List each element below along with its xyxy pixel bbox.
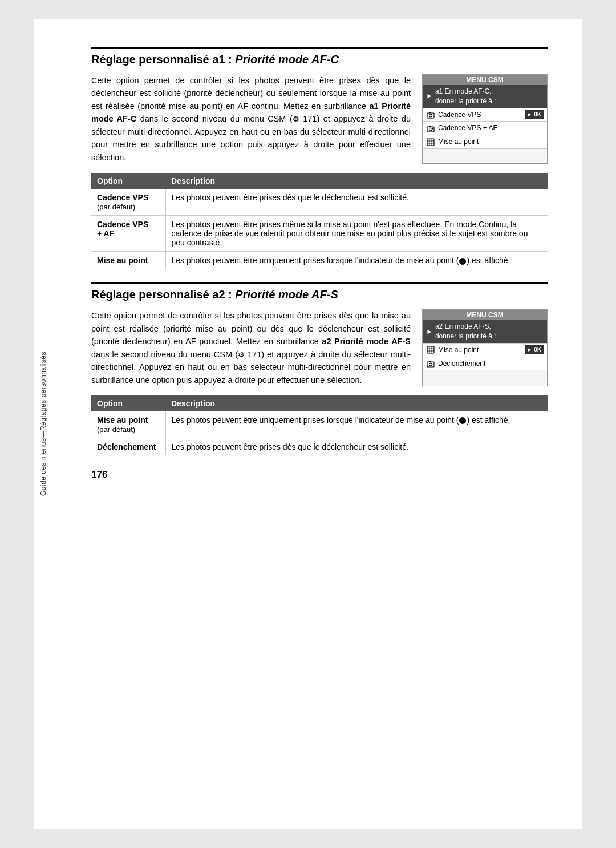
- section2-table: Option Description Mise au point(par déf…: [91, 395, 548, 455]
- table-row: Déclenchement Les photos peuvent être pr…: [91, 438, 548, 456]
- section1-menu-arrow: ►: [426, 91, 433, 101]
- wrench2-icon: ⚙: [238, 350, 245, 359]
- section1-menu-row4: Mise au point: [423, 135, 547, 149]
- section1-row1-option: Cadence VPS(par défaut): [91, 189, 165, 216]
- section1-table-header-desc: Description: [165, 173, 548, 189]
- section2-menu-arrow: ►: [426, 327, 433, 337]
- section1-menu-cam2-icon: [426, 124, 435, 133]
- section1-menu-row2: Cadence VPS ► 0K: [423, 108, 547, 122]
- section1: Réglage personnalisé a1 : Priorité mode …: [91, 47, 548, 269]
- section2-intro-block: Cette option permet de contrôler si les …: [91, 309, 548, 386]
- section1-row2-option: Cadence VPS+ AF: [91, 216, 165, 252]
- section1-row2-desc: Les photos peuvent être prises même si l…: [165, 216, 548, 252]
- section1-menu-header: MENU CSM: [423, 75, 547, 85]
- section1-menu-row2-text: Cadence VPS: [438, 110, 481, 120]
- section2-row2-desc: Les photos peuvent être prises dès que l…: [165, 438, 548, 456]
- section1-intro-block: Cette option permet de contrôler si les …: [91, 74, 548, 164]
- section1-menu-row2-ok: ► 0K: [525, 110, 544, 119]
- section2-menu-cam-icon: [426, 359, 435, 368]
- section1-intro2: dans le second niveau du menu CSM (: [136, 114, 292, 123]
- section1-menu-row3: Cadence VPS + AF: [423, 122, 547, 135]
- table-row: Cadence VPS(par défaut) Les photos peuve…: [91, 189, 548, 216]
- section2: Réglage personnalisé a2 : Priorité mode …: [91, 282, 548, 455]
- section2-table-header-desc: Description: [165, 395, 548, 411]
- focus-indicator-icon: [459, 258, 466, 265]
- section2-menu-row2: Mise au point ► 0K: [423, 344, 547, 357]
- section2-menu-grid-icon: [426, 345, 435, 354]
- section1-title-plain: Réglage personnalisé a1 :: [91, 53, 235, 66]
- svg-rect-2: [429, 112, 431, 113]
- section1-menu-box: MENU CSM ► a1 En mode AF-C, donner la pr…: [422, 74, 548, 164]
- section2-menu-row2-ok: ► 0K: [525, 345, 544, 354]
- section2-intro-bold: a2 Priorité mode AF-S: [322, 337, 411, 346]
- section1-table-header-option: Option: [91, 173, 165, 189]
- svg-point-1: [429, 114, 432, 117]
- svg-rect-17: [427, 362, 434, 367]
- svg-rect-0: [427, 113, 434, 118]
- section2-menu-row1: ► a2 En mode AF-S, donner la priorité à …: [423, 320, 547, 344]
- section1-table: Option Description Cadence VPS(par défau…: [91, 173, 548, 269]
- section1-menu-row1-text: a1 En mode AF-C, donner la priorité à :: [435, 87, 496, 106]
- table-row: Mise au point Les photos peuvent être un…: [91, 252, 548, 269]
- sidebar-bar: Guide des menus—Réglages personnalisés: [34, 19, 52, 829]
- section1-menu-grid-icon: [426, 138, 435, 147]
- section2-menu-row1-text: a2 En mode AF-S, donner la priorité à :: [435, 322, 496, 341]
- section2-row2-option: Déclenchement: [91, 438, 165, 456]
- svg-rect-6: [432, 127, 433, 129]
- section1-title-italic: Priorité mode AF-C: [235, 53, 339, 66]
- section1-menu-row4-text: Mise au point: [438, 137, 479, 147]
- section2-menu-row3-text: Déclenchement: [438, 359, 485, 369]
- table-row: Mise au point(par défaut) Les photos peu…: [91, 411, 548, 438]
- section2-table-header-option: Option: [91, 395, 165, 411]
- section2-menu-header: MENU CSM: [423, 310, 547, 320]
- page-number: 176: [91, 469, 548, 480]
- section2-title: Réglage personnalisé a2 : Priorité mode …: [91, 282, 548, 301]
- svg-point-18: [429, 363, 432, 366]
- section2-row1-option: Mise au point(par défaut): [91, 411, 165, 438]
- focus-indicator2-icon: [459, 417, 466, 424]
- section1-title: Réglage personnalisé a1 : Priorité mode …: [91, 47, 548, 66]
- section2-intro2: dans le second niveau du menu CSM (: [91, 350, 238, 359]
- section1-intro: Cette option permet de contrôler si les …: [91, 76, 411, 111]
- svg-rect-19: [429, 361, 431, 362]
- svg-rect-7: [427, 139, 434, 146]
- section2-row1-desc: Les photos peuvent être uniquement prise…: [165, 411, 548, 438]
- section1-row1-desc: Les photos peuvent être prises dès que l…: [165, 189, 548, 216]
- section2-title-italic: Priorité mode AF-S: [235, 288, 338, 301]
- section1-intro-text: Cette option permet de contrôler si les …: [91, 74, 411, 164]
- section1-row3-desc: Les photos peuvent être uniquement prise…: [165, 252, 548, 269]
- section2-menu-row3: Déclenchement: [423, 357, 547, 371]
- wrench-icon: ⚙: [293, 115, 299, 123]
- section1-menu-row3-text: Cadence VPS + AF: [438, 123, 497, 133]
- section2-intro-text: Cette option permet de contrôler si les …: [91, 309, 411, 386]
- svg-point-4: [429, 128, 432, 131]
- svg-rect-12: [427, 346, 434, 353]
- section2-menu-row2-text: Mise au point: [438, 345, 479, 355]
- section1-row3-option: Mise au point: [91, 252, 165, 269]
- section1-menu-cam-icon: [426, 110, 435, 119]
- section2-menu-box: MENU CSM ► a2 En mode AF-S, donner la pr…: [422, 309, 548, 386]
- section1-menu-row1: ► a1 En mode AF-C, donner la priorité à …: [423, 85, 547, 108]
- sidebar-label: Guide des menus—Réglages personnalisés: [39, 352, 47, 496]
- table-row: Cadence VPS+ AF Les photos peuvent être …: [91, 216, 548, 252]
- svg-rect-5: [429, 126, 431, 127]
- section2-title-plain: Réglage personnalisé a2 :: [91, 288, 235, 301]
